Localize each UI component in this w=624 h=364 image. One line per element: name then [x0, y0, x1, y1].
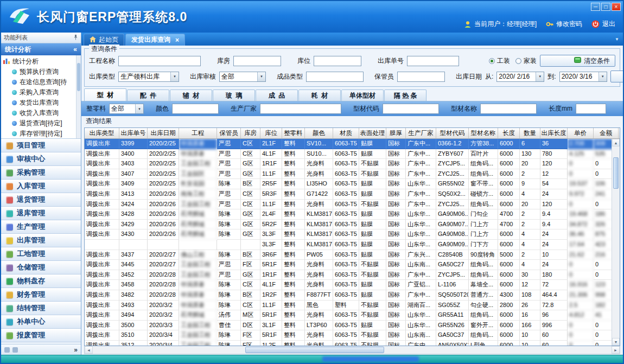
table-row[interactable]: 调拨出库34072020/2/25工业园区严思G区1L1F整料光身料6063-T… — [85, 169, 620, 180]
scrollbar-thumb[interactable] — [77, 63, 80, 91]
table-row[interactable]: 调拨出库34822020/2/28华润原著陈琳B区1R2F整料F8877FT60… — [85, 290, 620, 301]
sidebar-module[interactable]: 采购管理 — [1, 166, 81, 180]
warehouse-input[interactable] — [233, 56, 281, 66]
column-header[interactable]: 型材名称 — [469, 128, 498, 138]
horizontal-scrollbar[interactable]: ◄ ► — [84, 346, 620, 354]
table-row[interactable]: 调拨出库35002020/3/3工业园工程曹佳D区3L1F整料LT3P60606… — [85, 321, 620, 331]
column-header[interactable]: 出库日期 — [148, 128, 179, 138]
clear-conditions-button[interactable]: 清空条件 — [540, 55, 615, 67]
sidebar-module[interactable]: 审核中心 — [1, 152, 81, 166]
search-button[interactable]: 查 询 — [610, 71, 624, 82]
table-row[interactable]: 调拨出库34282020/2/26石湾辉城陈琳G区2L4F整料KLM381760… — [85, 209, 620, 220]
scrollbar-thumb[interactable] — [245, 347, 384, 353]
sidebar-module[interactable]: 项目管理 — [1, 139, 81, 152]
length-input[interactable] — [576, 104, 606, 114]
column-header[interactable]: 型材代码 — [436, 128, 469, 138]
column-header[interactable]: 保管员 — [217, 128, 241, 138]
table-row[interactable]: 3L3F整料KLM38176063-T5贴膜国标山东华...GA90M09...… — [85, 240, 620, 250]
manufacturer-input[interactable] — [260, 104, 341, 114]
list-view-icon[interactable] — [4, 347, 10, 353]
change-password-link[interactable]: 修改密码 — [556, 20, 582, 29]
logout-link[interactable]: 退出 — [602, 20, 615, 29]
column-header[interactable]: 颜色 — [305, 128, 333, 138]
keeper-input[interactable] — [397, 72, 445, 82]
column-header[interactable]: 整零料 — [282, 128, 305, 138]
sidebar-module[interactable]: 补单中心 — [1, 315, 81, 329]
pin-icon[interactable] — [73, 35, 78, 41]
sidebar-module[interactable]: 退库管理 — [1, 207, 81, 220]
material-tab[interactable]: 辅 材 — [170, 90, 212, 101]
table-row[interactable]: 调拨出库34372020/2/27佛山工程陈琳B区3R6F整料PW056063-… — [85, 250, 620, 260]
sidebar-module[interactable]: 工地管理 — [1, 247, 81, 261]
sidebar-module[interactable]: 财务管理 — [1, 288, 81, 302]
material-tab[interactable]: 成 品 — [256, 90, 298, 101]
scroll-left-icon[interactable]: ◄ — [85, 346, 93, 354]
table-row[interactable]: 调拨出库34092020/2/25长安花园陈琳B区2R5F整料LI35HO606… — [85, 179, 620, 189]
location-input[interactable] — [314, 56, 361, 66]
tab-close-icon[interactable]: × — [175, 36, 179, 44]
scrollbar-thumb[interactable] — [613, 157, 619, 189]
scroll-right-icon[interactable]: ► — [612, 346, 620, 354]
table-row[interactable]: 调拨出库34582020/2/28华润原著陈琳C区4L1F整料光身料6063-T… — [85, 280, 620, 290]
tab-start-page[interactable]: 起始页 — [84, 34, 124, 46]
material-tab[interactable]: 配 件 — [127, 90, 169, 101]
scroll-down-icon[interactable]: ▼ — [612, 338, 620, 346]
table-row[interactable]: 调拨出库33992020/2/25华润原著严思C区2L1F整料SV10...60… — [85, 139, 620, 149]
tree-item[interactable]: 采购入库查询 — [1, 87, 81, 98]
table-row[interactable]: 调拨出库34292020/2/26石湾辉城陈琳G区5R2F整料KLM381760… — [85, 220, 620, 230]
column-header[interactable]: 表面处理 — [359, 128, 386, 138]
column-header[interactable]: 膜厚 — [386, 128, 406, 138]
tree-item[interactable]: 发货出库查询 — [1, 98, 81, 108]
column-header[interactable]: 数量 — [520, 128, 540, 138]
maximize-button[interactable]: □ — [601, 3, 610, 11]
project-name-input[interactable] — [118, 56, 201, 66]
date-from-select[interactable]: 2020/ 2/16▼ — [496, 72, 544, 82]
table-row[interactable]: 调拨出库35122020/3/4工业园工程陈琳F区1L2F整料光身料6063-T… — [85, 341, 620, 346]
tab-list-dropdown-icon[interactable]: ▼ — [615, 37, 619, 42]
sidebar-module[interactable]: 退货管理 — [1, 193, 81, 207]
sidebar-module[interactable]: 物料盘存 — [1, 274, 81, 288]
outbound-audit-select[interactable]: 全部▼ — [219, 72, 266, 82]
material-tab[interactable]: 玻 璃 — [213, 90, 255, 101]
sidebar-module[interactable]: 生产管理 — [1, 220, 81, 234]
color-input[interactable] — [172, 104, 219, 114]
radio-jiazhuang[interactable] — [515, 58, 521, 64]
column-header[interactable]: 库位 — [260, 128, 282, 138]
column-header[interactable]: 生产厂家 — [406, 128, 436, 138]
tree-item[interactable]: 在途信息查询[待 — [1, 77, 81, 87]
material-tab[interactable]: 型 材 — [84, 88, 126, 101]
sidebar-module[interactable]: 仓储管理 — [1, 261, 81, 274]
sidebar-module[interactable]: 出库管理 — [1, 234, 81, 247]
profile-name-input[interactable] — [480, 104, 537, 114]
tree-item[interactable]: 收货入库查询 — [1, 108, 81, 118]
date-to-select[interactable]: 2020/ 3/16▼ — [559, 72, 607, 82]
table-row[interactable]: 调拨出库34522020/2/28工业园工程严思G区1R1F整料光身料6063-… — [85, 270, 620, 280]
chevron-down-icon[interactable]: ▼ — [536, 72, 544, 81]
table-row[interactable]: 调拨出库34302020/2/26石湾辉城陈琳G区3L3F整料KLM381760… — [85, 229, 620, 240]
sidebar-module[interactable]: 报废管理 — [1, 329, 81, 342]
column-header[interactable]: 出库类型 — [85, 128, 119, 138]
sidebar-section-header[interactable]: 统计分析 « — [1, 43, 81, 55]
table-row[interactable]: 调拨出库34002020/2/25华润原著严思C区4L1F整料SU10...60… — [85, 149, 620, 159]
radio-gongzhuang[interactable] — [489, 58, 495, 64]
sidebar-module[interactable]: 入库管理 — [1, 180, 81, 193]
grid-view-icon[interactable] — [12, 347, 18, 353]
tree-item[interactable]: 退货查询[待定] — [1, 118, 81, 129]
tree-item[interactable]: 预算执行查询 — [1, 67, 81, 77]
scroll-up-icon[interactable]: ▲ — [612, 139, 620, 146]
material-tab[interactable]: 单体型材 — [341, 90, 384, 101]
chevron-down-icon[interactable]: ▼ — [135, 104, 143, 113]
column-header[interactable]: 工程 — [179, 128, 217, 138]
column-header[interactable]: 单价 — [568, 128, 594, 138]
chevron-down-icon[interactable]: ▼ — [170, 72, 179, 81]
table-row[interactable]: 调拨出库34932020/3/2华润原著陈琳C区1L1F整料黑色塑料不贴膜国标湖… — [85, 301, 620, 311]
outbound-order-no-input[interactable] — [407, 56, 459, 66]
product-type-input[interactable] — [306, 72, 364, 82]
column-header[interactable]: 长度 — [498, 128, 520, 138]
outbound-type-select[interactable]: 生产领料出库▼ — [118, 72, 179, 82]
collapse-icon[interactable]: « — [73, 46, 77, 53]
profile-code-input[interactable] — [383, 104, 439, 114]
column-header[interactable]: 库房 — [241, 128, 260, 138]
table-row[interactable]: 调拨出库34452020/2/27工业园工程严思F区5R1F整料光身料6063-… — [85, 260, 620, 270]
column-header[interactable]: 材质 — [333, 128, 359, 138]
